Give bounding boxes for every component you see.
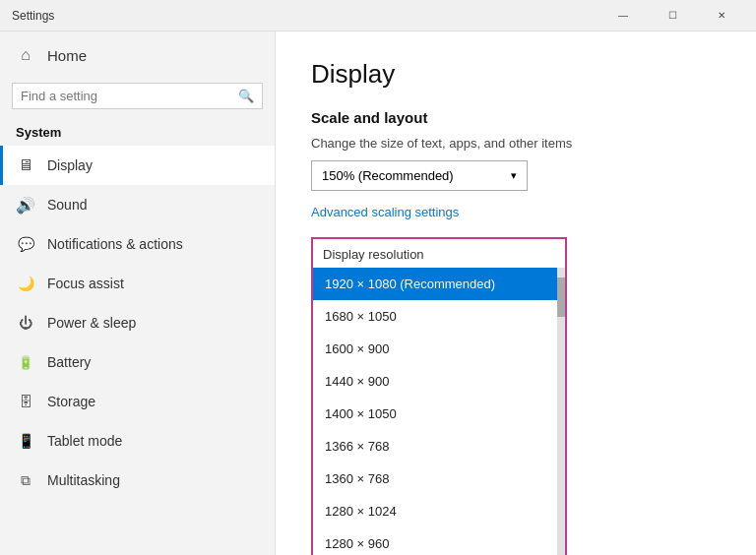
- focus-assist-icon: 🌙: [16, 274, 35, 293]
- battery-icon: 🔋: [16, 352, 35, 372]
- power-icon: ⏻: [16, 313, 35, 333]
- app-body: ⌂ Home 🔍 System 🖥 Display 🔊 Sound 💬 Noti…: [0, 31, 756, 555]
- page-title: Display: [311, 59, 721, 90]
- sidebar-item-power-sleep[interactable]: ⏻ Power & sleep: [0, 303, 275, 342]
- resolution-list-container: 1920 × 1080 (Recommended) 1680 × 1050 16…: [313, 268, 565, 555]
- sidebar-item-label: Focus assist: [47, 276, 124, 291]
- close-button[interactable]: ✕: [699, 0, 744, 31]
- sound-icon: 🔊: [16, 195, 35, 215]
- resolution-dropdown-box: Display resolution 1920 × 1080 (Recommen…: [311, 237, 567, 555]
- resolution-item-3[interactable]: 1440 × 900: [313, 365, 557, 398]
- home-label: Home: [47, 47, 87, 64]
- resolution-box-label: Display resolution: [313, 239, 565, 268]
- window-controls: — ☐ ✕: [600, 0, 744, 31]
- sidebar-item-label: Notifications & actions: [47, 236, 183, 252]
- resolution-item-8[interactable]: 1280 × 960: [313, 527, 557, 555]
- sidebar: ⌂ Home 🔍 System 🖥 Display 🔊 Sound 💬 Noti…: [0, 31, 276, 555]
- resolution-item-2[interactable]: 1600 × 900: [313, 333, 557, 365]
- sidebar-item-label: Storage: [47, 394, 95, 409]
- sidebar-item-label: Multitasking: [47, 472, 120, 488]
- chevron-down-icon: ▾: [511, 169, 517, 182]
- sidebar-item-display[interactable]: 🖥 Display: [0, 146, 275, 185]
- scrollbar-track[interactable]: [557, 268, 565, 555]
- tablet-icon: 📱: [16, 431, 35, 451]
- sidebar-item-label: Tablet mode: [47, 433, 122, 449]
- advanced-scaling-link[interactable]: Advanced scaling settings: [311, 205, 459, 219]
- sidebar-item-storage[interactable]: 🗄 Storage: [0, 382, 275, 421]
- home-icon: ⌂: [16, 45, 35, 65]
- sidebar-item-label: Sound: [47, 197, 87, 213]
- sidebar-item-notifications[interactable]: 💬 Notifications & actions: [0, 224, 275, 264]
- scale-section-title: Scale and layout: [311, 109, 721, 126]
- resolution-item-7[interactable]: 1280 × 1024: [313, 495, 557, 527]
- resolution-list: 1920 × 1080 (Recommended) 1680 × 1050 16…: [313, 268, 557, 555]
- scale-dropdown-value: 150% (Recommended): [322, 168, 454, 183]
- resolution-item-5[interactable]: 1366 × 768: [313, 430, 557, 462]
- scale-dropdown[interactable]: 150% (Recommended) ▾: [311, 160, 528, 191]
- sidebar-item-focus-assist[interactable]: 🌙 Focus assist: [0, 264, 275, 303]
- search-icon: 🔍: [238, 89, 254, 103]
- sidebar-section-label: System: [0, 117, 275, 146]
- app-title: Settings: [12, 9, 54, 23]
- sidebar-item-label: Display: [47, 157, 93, 173]
- resolution-item-1[interactable]: 1680 × 1050: [313, 300, 557, 333]
- sidebar-item-multitasking[interactable]: ⧉ Multitasking: [0, 461, 275, 500]
- resolution-item-4[interactable]: 1400 × 1050: [313, 398, 557, 430]
- sidebar-item-label: Battery: [47, 354, 91, 370]
- minimize-button[interactable]: —: [600, 0, 646, 31]
- search-box[interactable]: 🔍: [12, 83, 263, 109]
- resolution-item-6[interactable]: 1360 × 768: [313, 462, 557, 495]
- sidebar-item-label: Power & sleep: [47, 315, 136, 331]
- sidebar-item-tablet-mode[interactable]: 📱 Tablet mode: [0, 421, 275, 461]
- display-icon: 🖥: [16, 155, 35, 175]
- maximize-button[interactable]: ☐: [650, 0, 695, 31]
- main-content: Display Scale and layout Change the size…: [276, 31, 756, 555]
- notifications-icon: 💬: [16, 234, 35, 254]
- scale-description: Change the size of text, apps, and other…: [311, 136, 721, 151]
- scrollbar-thumb[interactable]: [557, 278, 565, 317]
- sidebar-home[interactable]: ⌂ Home: [0, 31, 275, 79]
- sidebar-item-battery[interactable]: 🔋 Battery: [0, 342, 275, 382]
- titlebar: Settings — ☐ ✕: [0, 0, 756, 31]
- storage-icon: 🗄: [16, 392, 35, 411]
- multitasking-icon: ⧉: [16, 470, 35, 490]
- sidebar-item-sound[interactable]: 🔊 Sound: [0, 185, 275, 224]
- resolution-item-0[interactable]: 1920 × 1080 (Recommended): [313, 268, 557, 300]
- search-input[interactable]: [21, 89, 232, 103]
